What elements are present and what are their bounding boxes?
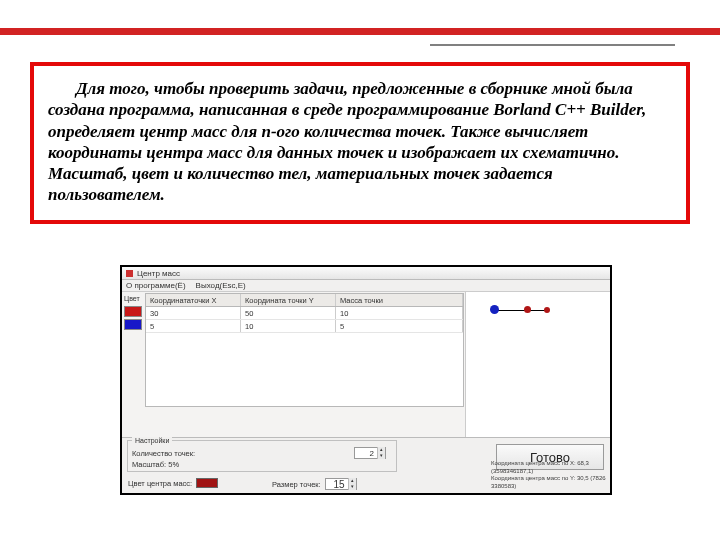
cell-y[interactable]: 10 — [241, 320, 336, 332]
center-color-label: Цвет центра масс: — [128, 479, 192, 488]
count-spinner[interactable]: 2 ▴▾ — [354, 447, 386, 459]
bottom-panel: Настройки Количество точек: Масштаб: 5% … — [122, 437, 610, 493]
spin-down-icon[interactable]: ▾ — [348, 484, 356, 490]
grid-body[interactable]: 30 50 10 5 10 5 — [145, 307, 464, 407]
color-swatch-1[interactable] — [124, 306, 142, 317]
size-value[interactable]: 15 — [326, 479, 348, 490]
canvas-point — [524, 306, 531, 313]
coord-line-x: Координата центра масс по Х: 68,3 (35983… — [491, 460, 606, 476]
count-value[interactable]: 2 — [355, 449, 377, 458]
canvas-link-line — [494, 310, 548, 311]
menu-exit[interactable]: Выход(Esc,E) — [196, 281, 246, 290]
count-label: Количество точек: — [132, 449, 195, 458]
slide-red-bar — [0, 28, 720, 35]
coord-line-y: Координата центра масс по Y: 30,5 (7826 … — [491, 475, 606, 491]
grid-area: Координататочки X Координата точки Y Мас… — [144, 292, 465, 451]
coords-output: Координата центра масс по Х: 68,3 (35983… — [491, 460, 606, 491]
spin-down-icon[interactable]: ▾ — [377, 453, 385, 459]
table-row[interactable]: 5 10 5 — [146, 320, 463, 333]
color-column: Цвет — [122, 292, 144, 451]
grid-header-y: Координата точки Y — [241, 294, 336, 306]
grid-header: Координататочки X Координата точки Y Мас… — [145, 293, 464, 307]
app-icon — [126, 270, 133, 277]
cell-x[interactable]: 30 — [146, 307, 241, 319]
canvas — [465, 292, 610, 451]
color-swatch-2[interactable] — [124, 319, 142, 330]
color-column-label: Цвет — [124, 295, 142, 302]
canvas-point — [490, 305, 499, 314]
table-row[interactable]: 30 50 10 — [146, 307, 463, 320]
menu-about[interactable]: О программе(Ё) — [126, 281, 186, 290]
center-color-swatch[interactable] — [196, 478, 218, 488]
grid-header-x: Координататочки X — [146, 294, 241, 306]
cell-y[interactable]: 50 — [241, 307, 336, 319]
title-bar: Центр масс — [122, 267, 610, 280]
description-card: Для того, чтобы проверить задачи, предло… — [30, 62, 690, 224]
description-text: Для того, чтобы проверить задачи, предло… — [48, 79, 646, 204]
slide-gray-line — [430, 44, 675, 46]
cell-m[interactable]: 5 — [336, 320, 463, 332]
menu-bar: О программе(Ё) Выход(Esc,E) — [122, 280, 610, 292]
cell-m[interactable]: 10 — [336, 307, 463, 319]
scale-label: Масштаб: 5% — [132, 460, 179, 469]
window-title: Центр масс — [137, 269, 180, 278]
content-area: Цвет Координататочки X Координата точки … — [122, 292, 610, 451]
size-spinner[interactable]: 15 ▴▾ — [325, 478, 357, 490]
grid-header-m: Масса точки — [336, 294, 463, 306]
app-window: Центр масс О программе(Ё) Выход(Esc,E) Ц… — [120, 265, 612, 495]
cell-x[interactable]: 5 — [146, 320, 241, 332]
settings-legend: Настройки — [132, 437, 172, 444]
size-label: Размер точек: — [272, 480, 321, 489]
canvas-point — [544, 307, 550, 313]
